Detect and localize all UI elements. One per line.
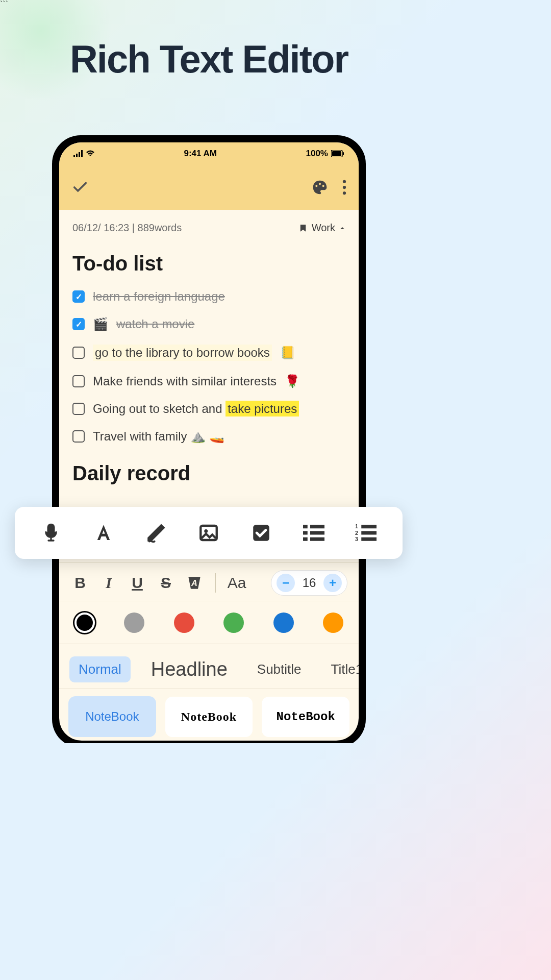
phone-frame: 9:41 AM 100% 06/1 bbox=[52, 135, 366, 743]
style-subtitle[interactable]: Subtitle bbox=[248, 656, 311, 682]
todo-text: watch a movie bbox=[116, 317, 194, 331]
category-selector[interactable]: Work bbox=[298, 222, 345, 234]
todo-text: Going out to sketch and bbox=[93, 402, 226, 415]
checkbox[interactable] bbox=[72, 403, 85, 415]
italic-button[interactable]: I bbox=[99, 574, 118, 592]
svg-point-11 bbox=[343, 186, 346, 189]
svg-rect-22 bbox=[310, 537, 324, 541]
format-bar: B I U S A Aa − 16 + bbox=[59, 562, 359, 603]
numbered-list-icon[interactable]: 123 bbox=[353, 520, 379, 546]
color-red[interactable] bbox=[174, 612, 194, 633]
confirm-icon[interactable] bbox=[71, 179, 89, 196]
text-bg-button[interactable]: A bbox=[185, 576, 204, 590]
checkbox[interactable] bbox=[72, 430, 85, 443]
todo-text: go to the library to borrow books bbox=[93, 345, 272, 361]
todo-emoji: 🌹 bbox=[285, 374, 300, 388]
todo-item[interactable]: 🎬 watch a movie bbox=[72, 317, 345, 331]
text-style-picker: Normal Headline Subtitle Title1 bbox=[59, 644, 359, 695]
svg-rect-21 bbox=[303, 537, 308, 541]
note-meta: 06/12/ 16:23 | 889words bbox=[72, 222, 182, 234]
bookmark-icon bbox=[298, 224, 308, 233]
color-blue[interactable] bbox=[273, 612, 294, 633]
svg-rect-24 bbox=[362, 525, 377, 528]
palette-icon[interactable] bbox=[312, 179, 328, 195]
checkbox[interactable] bbox=[72, 318, 85, 330]
font-option-3[interactable]: NoteBook bbox=[262, 697, 349, 737]
chevron-up-icon bbox=[339, 225, 345, 231]
image-icon[interactable] bbox=[196, 520, 221, 546]
text-case-button[interactable]: Aa bbox=[227, 574, 246, 592]
status-bar: 9:41 AM 100% bbox=[59, 142, 359, 165]
svg-rect-2 bbox=[79, 152, 80, 157]
svg-rect-28 bbox=[362, 537, 377, 541]
todo-item[interactable]: go to the library to borrow books 📒 bbox=[72, 345, 345, 361]
more-icon[interactable] bbox=[342, 180, 346, 195]
divider bbox=[215, 573, 216, 593]
todo-emoji: 📒 bbox=[280, 346, 295, 360]
battery-icon bbox=[331, 150, 344, 157]
svg-rect-17 bbox=[303, 525, 308, 528]
hero-title: Rich Text Editor bbox=[0, 37, 418, 81]
style-normal[interactable]: Normal bbox=[69, 656, 131, 682]
category-label: Work bbox=[312, 222, 335, 234]
checkbox[interactable] bbox=[72, 290, 85, 303]
checkbox-icon[interactable] bbox=[248, 520, 274, 546]
svg-point-12 bbox=[343, 191, 346, 194]
svg-rect-5 bbox=[332, 151, 341, 156]
todo-text-highlight: take pictures bbox=[226, 401, 299, 416]
todo-item[interactable]: Going out to sketch and take pictures bbox=[72, 402, 345, 416]
todo-emoji: 🎬 bbox=[93, 317, 108, 331]
svg-rect-3 bbox=[81, 150, 83, 157]
svg-text:1: 1 bbox=[355, 523, 358, 529]
svg-point-10 bbox=[343, 180, 346, 183]
color-gray[interactable] bbox=[124, 612, 144, 633]
svg-rect-19 bbox=[303, 531, 308, 535]
todo-item[interactable]: Travel with family ⛰️ 🚤 bbox=[72, 429, 345, 444]
bold-button[interactable]: B bbox=[70, 574, 90, 592]
color-green[interactable] bbox=[223, 612, 244, 633]
text-format-icon[interactable] bbox=[91, 520, 116, 546]
mic-icon[interactable] bbox=[38, 520, 64, 546]
underline-button[interactable]: U bbox=[128, 574, 147, 592]
color-black[interactable] bbox=[74, 612, 95, 633]
note-title[interactable]: To-do list bbox=[72, 252, 345, 275]
font-size-value: 16 bbox=[301, 576, 317, 590]
editor-toolbar: 123 bbox=[15, 507, 403, 559]
wifi-icon bbox=[86, 150, 95, 157]
svg-rect-18 bbox=[310, 525, 324, 528]
svg-rect-20 bbox=[310, 531, 324, 535]
bullet-list-icon[interactable] bbox=[301, 520, 327, 546]
svg-text:3: 3 bbox=[355, 536, 358, 542]
decrease-size-button[interactable]: − bbox=[277, 574, 295, 592]
svg-rect-6 bbox=[343, 152, 344, 155]
strikethrough-button[interactable]: S bbox=[156, 574, 176, 592]
todo-item[interactable]: Make friends with similar interests 🌹 bbox=[72, 374, 345, 388]
checkbox[interactable] bbox=[72, 347, 85, 359]
draw-icon[interactable] bbox=[143, 520, 169, 546]
font-option-1[interactable]: NoteBook bbox=[68, 696, 156, 737]
todo-item[interactable]: learn a foreign language bbox=[72, 289, 345, 304]
color-picker bbox=[59, 601, 359, 644]
status-time: 9:41 AM bbox=[184, 149, 217, 159]
todo-text: Travel with family ⛰️ 🚤 bbox=[93, 429, 224, 444]
todo-text: learn a foreign language bbox=[93, 289, 225, 304]
signal-icon bbox=[73, 150, 83, 157]
color-orange[interactable] bbox=[323, 612, 343, 633]
font-size-control: − 16 + bbox=[271, 570, 347, 596]
svg-rect-0 bbox=[73, 155, 75, 157]
increase-size-button[interactable]: + bbox=[323, 574, 342, 592]
svg-rect-1 bbox=[76, 154, 78, 157]
svg-point-7 bbox=[315, 185, 317, 187]
checkbox[interactable] bbox=[72, 375, 85, 387]
app-bar bbox=[59, 165, 359, 210]
svg-point-8 bbox=[319, 183, 321, 185]
style-headline[interactable]: Headline bbox=[142, 653, 237, 685]
phone-screen: 9:41 AM 100% 06/1 bbox=[59, 142, 359, 741]
battery-percent: 100% bbox=[306, 149, 328, 159]
svg-text:2: 2 bbox=[355, 530, 358, 536]
section-title[interactable]: Daily record bbox=[72, 462, 345, 485]
font-option-2[interactable]: NoteBook bbox=[165, 697, 253, 737]
todo-text: Make friends with similar interests bbox=[93, 374, 277, 388]
style-title1[interactable]: Title1 bbox=[322, 656, 359, 682]
font-picker: NoteBook NoteBook NoteBook bbox=[59, 689, 359, 741]
